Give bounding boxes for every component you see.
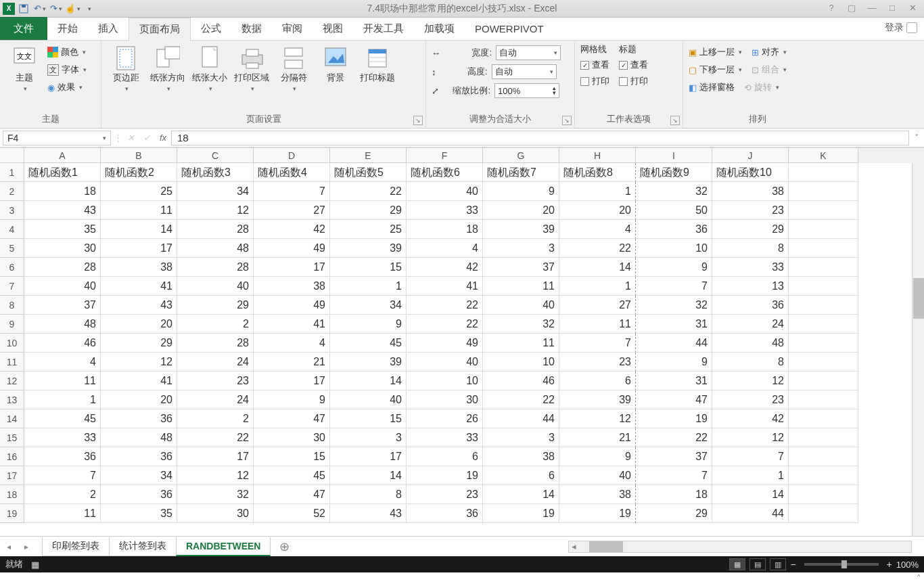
cell[interactable]: 随机函数4 bbox=[254, 163, 330, 182]
qat-touch-icon[interactable]: ☝▾ bbox=[65, 1, 80, 16]
cell[interactable]: 随机函数8 bbox=[559, 163, 636, 182]
cell[interactable]: 17 bbox=[177, 447, 254, 466]
cell[interactable]: 47 bbox=[636, 390, 712, 409]
cell[interactable]: 20 bbox=[101, 390, 177, 409]
row-header[interactable]: 3 bbox=[0, 201, 24, 220]
cell[interactable]: 14 bbox=[483, 485, 559, 504]
cell[interactable]: 29 bbox=[101, 334, 177, 353]
cell[interactable]: 43 bbox=[24, 201, 101, 220]
cell[interactable]: 19 bbox=[636, 409, 712, 428]
cell[interactable]: 33 bbox=[407, 201, 483, 220]
cell[interactable]: 44 bbox=[483, 409, 559, 428]
col-header-K[interactable]: K bbox=[789, 148, 858, 163]
row-header[interactable]: 9 bbox=[0, 315, 24, 334]
cell[interactable]: 14 bbox=[330, 371, 407, 390]
cell[interactable] bbox=[789, 428, 858, 447]
sheet-tab-2[interactable]: 统计签到表 bbox=[109, 537, 177, 556]
cell[interactable]: 39 bbox=[330, 239, 407, 258]
cell[interactable] bbox=[789, 504, 858, 523]
qat-redo-icon[interactable]: ↷▾ bbox=[49, 1, 64, 16]
cell[interactable] bbox=[789, 353, 858, 371]
cell[interactable]: 15 bbox=[330, 409, 407, 428]
cell[interactable]: 17 bbox=[101, 239, 177, 258]
close-icon[interactable]: ✕ bbox=[904, 0, 921, 15]
cell[interactable] bbox=[789, 466, 858, 485]
cell[interactable]: 7 bbox=[712, 447, 789, 466]
zoom-thumb[interactable] bbox=[841, 560, 847, 568]
cell[interactable]: 7 bbox=[559, 334, 636, 353]
cell[interactable]: 45 bbox=[330, 334, 407, 353]
col-header-E[interactable]: E bbox=[330, 148, 407, 163]
cell[interactable]: 37 bbox=[483, 258, 559, 277]
cell[interactable] bbox=[789, 258, 858, 277]
cell[interactable]: 9 bbox=[254, 390, 330, 409]
row-header[interactable]: 10 bbox=[0, 334, 24, 353]
view-pagebreak-icon[interactable]: ▥ bbox=[770, 558, 786, 570]
cell[interactable]: 12 bbox=[177, 466, 254, 485]
cell[interactable]: 42 bbox=[712, 409, 789, 428]
col-header-A[interactable]: A bbox=[24, 148, 101, 163]
cell[interactable]: 11 bbox=[559, 315, 636, 334]
cell[interactable]: 32 bbox=[483, 315, 559, 334]
cell[interactable]: 随机函数5 bbox=[330, 163, 407, 182]
cell[interactable]: 30 bbox=[407, 390, 483, 409]
row-header[interactable]: 4 bbox=[0, 220, 24, 239]
cell[interactable]: 7 bbox=[24, 466, 101, 485]
cell[interactable]: 48 bbox=[24, 315, 101, 334]
cell[interactable]: 9 bbox=[636, 353, 712, 371]
macro-record-icon[interactable]: ▦ bbox=[31, 560, 39, 570]
colors-button[interactable]: 颜色▾ bbox=[47, 43, 87, 61]
cell[interactable]: 6 bbox=[559, 371, 636, 390]
cell[interactable]: 8 bbox=[330, 485, 407, 504]
cell[interactable]: 33 bbox=[24, 428, 101, 447]
formula-bar-input[interactable]: 18 bbox=[171, 131, 909, 145]
cell[interactable]: 4 bbox=[407, 239, 483, 258]
cell[interactable]: 17 bbox=[330, 447, 407, 466]
cell[interactable]: 41 bbox=[254, 315, 330, 334]
cell[interactable]: 23 bbox=[407, 485, 483, 504]
cell[interactable]: 20 bbox=[483, 201, 559, 220]
row-header[interactable]: 19 bbox=[0, 504, 24, 523]
cell[interactable]: 50 bbox=[636, 201, 712, 220]
gridlines-view-checkbox[interactable]: ✓查看 bbox=[580, 57, 609, 73]
row-header[interactable]: 12 bbox=[0, 371, 24, 390]
cell[interactable]: 随机函数1 bbox=[24, 163, 101, 182]
col-header-D[interactable]: D bbox=[254, 148, 330, 163]
cell[interactable]: 22 bbox=[177, 428, 254, 447]
cell[interactable]: 24 bbox=[177, 390, 254, 409]
cell[interactable]: 15 bbox=[254, 447, 330, 466]
horizontal-scrollbar[interactable]: ◂ bbox=[568, 541, 912, 553]
cell[interactable]: 35 bbox=[101, 504, 177, 523]
cell[interactable]: 1 bbox=[559, 277, 636, 296]
cell[interactable]: 19 bbox=[407, 466, 483, 485]
qat-save-icon[interactable] bbox=[16, 1, 31, 16]
cell[interactable]: 36 bbox=[407, 504, 483, 523]
tab-file[interactable]: 文件 bbox=[0, 17, 47, 40]
cell[interactable]: 49 bbox=[254, 296, 330, 315]
cell[interactable]: 1 bbox=[330, 277, 407, 296]
cell[interactable]: 18 bbox=[636, 485, 712, 504]
cell[interactable]: 17 bbox=[254, 258, 330, 277]
cell[interactable]: 15 bbox=[330, 258, 407, 277]
cell[interactable]: 2 bbox=[24, 485, 101, 504]
cell[interactable] bbox=[789, 296, 858, 315]
printtitles-button[interactable]: 打印标题 bbox=[359, 43, 396, 84]
cell[interactable]: 3 bbox=[330, 428, 407, 447]
view-pagelayout-icon[interactable]: ▤ bbox=[749, 558, 766, 570]
accept-formula-icon[interactable]: ✓ bbox=[139, 131, 155, 145]
name-box[interactable]: F4▾ bbox=[3, 131, 111, 145]
cell[interactable]: 48 bbox=[177, 239, 254, 258]
cell[interactable]: 49 bbox=[254, 239, 330, 258]
row-header[interactable]: 16 bbox=[0, 447, 24, 466]
cell[interactable]: 21 bbox=[254, 353, 330, 371]
cell[interactable]: 40 bbox=[559, 466, 636, 485]
col-header-H[interactable]: H bbox=[559, 148, 636, 163]
scale-width-select[interactable]: 自动▾ bbox=[496, 45, 561, 60]
group-button[interactable]: ⊡组合▾ bbox=[752, 61, 787, 78]
cell[interactable]: 35 bbox=[24, 220, 101, 239]
cell[interactable]: 23 bbox=[177, 371, 254, 390]
cell[interactable] bbox=[789, 182, 858, 201]
printarea-button[interactable]: 打印区域▾ bbox=[233, 43, 271, 92]
cell[interactable]: 36 bbox=[101, 447, 177, 466]
cell[interactable]: 14 bbox=[712, 485, 789, 504]
